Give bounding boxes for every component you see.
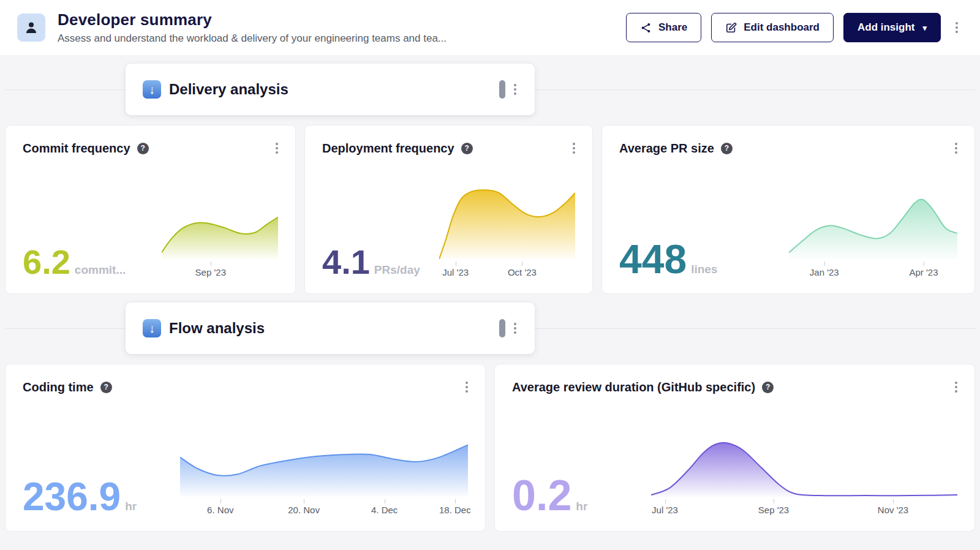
section-row-delivery: ↓ Delivery analysis [5,64,975,115]
sparkline-chart: Jan '23Apr '23 [789,195,957,277]
x-axis-label: Oct '23 [508,267,537,277]
card-title: Average PR size [619,141,714,156]
drag-handle[interactable] [499,80,505,99]
card-title: Deployment frequency [322,141,454,156]
help-icon[interactable]: ? [137,143,149,154]
x-axis-label: Jul '23 [652,505,678,515]
section-flow-analysis: ↓ Flow analysis [126,303,535,354]
share-icon [640,22,652,34]
metric-unit: lines [691,263,717,276]
cards-row-flow: Coding time ? 236.9 hr 6. Nov20. Nov4. D… [5,364,975,532]
metric-value: 0.2 [512,477,571,515]
dashboard: ↓ Delivery analysis Commit frequency ? 6… [0,64,980,532]
header-menu-button[interactable] [951,18,963,37]
header-actions: Share Edit dashboard Add insight ▾ [626,13,963,42]
help-icon[interactable]: ? [762,382,774,393]
card-average-pr-size: Average PR size ? 448 lines Jan '23Apr '… [601,125,975,294]
down-arrow-emoji: ↓ [143,319,161,337]
x-axis-label: 4. Dec [371,505,398,515]
x-axis-tick [385,499,385,503]
x-axis-tick [522,262,522,266]
card-title: Average review duration (GitHub specific… [512,380,755,394]
card-menu-button[interactable] [271,139,283,157]
drag-handle[interactable] [499,319,505,337]
x-axis-label: 20. Nov [288,505,320,515]
x-axis-tick [774,499,774,503]
page-title: Developer summary [58,10,447,29]
add-insight-button-label: Add insight [858,21,914,34]
page-heading: Developer summary Assess and understand … [58,10,447,45]
share-button[interactable]: Share [626,13,701,42]
add-insight-button[interactable]: Add insight ▾ [843,13,941,42]
x-axis-label: 6. Nov [207,505,233,515]
metric-value: 4.1 [322,247,370,277]
edit-dashboard-button-label: Edit dashboard [744,21,820,34]
card-menu-button[interactable] [950,378,962,396]
x-axis-label: Sep '23 [758,505,789,515]
edit-dashboard-button[interactable]: Edit dashboard [711,13,834,42]
sparkline-chart: Sep '23 [162,215,278,277]
x-axis-tick [211,262,211,266]
help-icon[interactable]: ? [100,382,112,393]
section-delivery-analysis: ↓ Delivery analysis [126,64,535,115]
x-axis-tick [824,262,825,266]
section-menu-button[interactable] [509,319,521,337]
help-icon[interactable]: ? [461,143,473,154]
section-row-flow: ↓ Flow analysis [5,303,975,354]
sparkline-chart: 6. Nov20. Nov4. Dec18. Dec [180,440,468,515]
share-button-label: Share [658,21,687,34]
x-axis-tick [893,499,894,503]
metric-unit: hr [125,500,137,513]
x-axis-tick [924,262,924,266]
person-icon [24,20,39,35]
app-header: Developer summary Assess and understand … [0,0,980,55]
down-arrow-emoji: ↓ [143,80,161,99]
avatar [17,13,45,42]
metric-value: 6.2 [23,247,70,277]
x-axis-label: Apr '23 [909,267,938,277]
metric-unit: commit... [75,263,126,277]
section-menu-button[interactable] [509,80,521,99]
metric-unit: PRs/day [374,263,420,277]
cards-row-delivery: Commit frequency ? 6.2 commit... Sep '23… [5,125,975,294]
card-menu-button[interactable] [461,378,473,396]
card-menu-button[interactable] [950,139,962,157]
section-title: Flow analysis [169,320,265,337]
sparkline-chart: Jul '23Sep '23Nov '23 [651,439,957,515]
metric-unit: hr [576,500,587,513]
x-axis-tick [304,499,304,503]
x-axis-tick [665,499,666,503]
card-menu-button[interactable] [568,139,580,157]
metric-value: 448 [619,241,687,277]
x-axis-tick [455,499,456,503]
card-title: Commit frequency [23,141,130,156]
card-title: Coding time [23,380,94,394]
x-axis-tick [456,262,456,266]
x-axis-label: Jan '23 [810,267,839,277]
x-axis-tick [221,499,221,503]
card-deployment-frequency: Deployment frequency ? 4.1 PRs/day Jul '… [304,125,593,294]
x-axis-label: Jul '23 [442,267,469,277]
sparkline-chart: Jul '23Oct '23 [439,189,575,277]
card-commit-frequency: Commit frequency ? 6.2 commit... Sep '23 [5,125,296,294]
page-subtitle: Assess and understand the workload & del… [58,32,447,45]
x-axis-label: Sep '23 [195,267,226,277]
x-axis-label: Nov '23 [878,505,908,515]
card-coding-time: Coding time ? 236.9 hr 6. Nov20. Nov4. D… [5,364,486,532]
x-axis-label: 18. Dec [439,505,471,515]
metric-value: 236.9 [23,480,121,515]
section-title: Delivery analysis [169,81,288,98]
edit-icon [725,22,737,34]
chevron-down-icon: ▾ [922,23,927,32]
card-average-review-duration: Average review duration (GitHub specific… [494,364,975,532]
help-icon[interactable]: ? [721,143,733,154]
